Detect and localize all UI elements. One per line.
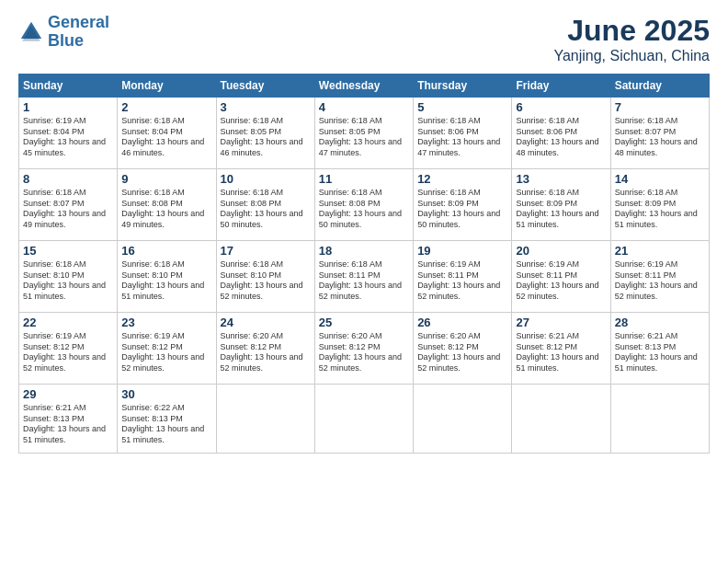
daylight-text: Daylight: 13 hours and 52 minutes.	[615, 281, 705, 302]
calendar-cell: 1 Sunrise: 6:19 AM Sunset: 8:04 PM Dayli…	[19, 98, 118, 169]
sunset-text: Sunset: 8:09 PM	[615, 199, 705, 210]
calendar-cell: 21 Sunrise: 6:19 AM Sunset: 8:11 PM Dayl…	[610, 241, 709, 313]
daylight-text: Daylight: 13 hours and 51 minutes.	[121, 281, 211, 302]
sunset-text: Sunset: 8:11 PM	[516, 270, 606, 282]
sunrise-text: Sunrise: 6:20 AM	[417, 331, 507, 342]
daylight-text: Daylight: 13 hours and 50 minutes.	[221, 209, 311, 230]
calendar-week-row: 1 Sunrise: 6:19 AM Sunset: 8:04 PM Dayli…	[19, 98, 710, 169]
calendar-cell: 2 Sunrise: 6:18 AM Sunset: 8:04 PM Dayli…	[118, 98, 216, 169]
sunset-text: Sunset: 8:12 PM	[221, 342, 311, 353]
daylight-text: Daylight: 13 hours and 46 minutes.	[221, 137, 311, 158]
calendar-cell	[216, 385, 314, 454]
day-info: Sunrise: 6:18 AM Sunset: 8:06 PM Dayligh…	[516, 116, 606, 159]
day-number: 8	[23, 172, 113, 186]
day-info: Sunrise: 6:20 AM Sunset: 8:12 PM Dayligh…	[417, 331, 507, 374]
sunrise-text: Sunrise: 6:19 AM	[417, 259, 507, 270]
day-number: 16	[121, 244, 211, 258]
sunset-text: Sunset: 8:11 PM	[319, 270, 409, 282]
calendar-day-header: Thursday	[414, 75, 512, 98]
daylight-text: Daylight: 13 hours and 51 minutes.	[23, 424, 113, 445]
calendar-day-header: Monday	[118, 75, 216, 98]
calendar-cell: 19 Sunrise: 6:19 AM Sunset: 8:11 PM Dayl…	[414, 241, 512, 313]
sunset-text: Sunset: 8:08 PM	[319, 199, 409, 210]
sunrise-text: Sunrise: 6:21 AM	[516, 331, 606, 342]
daylight-text: Daylight: 13 hours and 50 minutes.	[319, 209, 409, 230]
day-info: Sunrise: 6:19 AM Sunset: 8:12 PM Dayligh…	[121, 331, 211, 374]
daylight-text: Daylight: 13 hours and 52 minutes.	[121, 352, 211, 373]
day-number: 22	[23, 316, 113, 329]
day-number: 5	[417, 100, 507, 114]
sunrise-text: Sunrise: 6:18 AM	[319, 116, 409, 127]
daylight-text: Daylight: 13 hours and 52 minutes.	[23, 352, 113, 373]
sunrise-text: Sunrise: 6:18 AM	[516, 188, 606, 199]
calendar-week-row: 15 Sunrise: 6:18 AM Sunset: 8:10 PM Dayl…	[19, 241, 710, 313]
sunrise-text: Sunrise: 6:18 AM	[615, 188, 705, 199]
day-number: 20	[516, 244, 606, 258]
day-number: 9	[121, 172, 211, 186]
subtitle: Yanjing, Sichuan, China	[553, 48, 710, 64]
calendar-cell: 14 Sunrise: 6:18 AM Sunset: 8:09 PM Dayl…	[610, 169, 709, 241]
day-number: 29	[23, 387, 113, 401]
daylight-text: Daylight: 13 hours and 47 minutes.	[417, 137, 507, 158]
sunrise-text: Sunrise: 6:22 AM	[121, 403, 211, 414]
calendar-cell	[610, 385, 709, 454]
calendar-cell: 22 Sunrise: 6:19 AM Sunset: 8:12 PM Dayl…	[19, 313, 118, 385]
daylight-text: Daylight: 13 hours and 51 minutes.	[615, 209, 705, 230]
sunrise-text: Sunrise: 6:19 AM	[23, 116, 113, 127]
sunset-text: Sunset: 8:10 PM	[221, 270, 311, 282]
calendar-cell: 4 Sunrise: 6:18 AM Sunset: 8:05 PM Dayli…	[314, 98, 413, 169]
day-info: Sunrise: 6:19 AM Sunset: 8:12 PM Dayligh…	[23, 331, 113, 374]
sunrise-text: Sunrise: 6:18 AM	[221, 116, 311, 127]
daylight-text: Daylight: 13 hours and 49 minutes.	[121, 209, 211, 230]
sunset-text: Sunset: 8:07 PM	[23, 199, 113, 210]
calendar-cell: 11 Sunrise: 6:18 AM Sunset: 8:08 PM Dayl…	[314, 169, 413, 241]
calendar-cell: 9 Sunrise: 6:18 AM Sunset: 8:08 PM Dayli…	[118, 169, 216, 241]
calendar-cell: 17 Sunrise: 6:18 AM Sunset: 8:10 PM Dayl…	[216, 241, 314, 313]
day-info: Sunrise: 6:18 AM Sunset: 8:05 PM Dayligh…	[319, 116, 409, 159]
sunset-text: Sunset: 8:12 PM	[516, 342, 606, 353]
daylight-text: Daylight: 13 hours and 48 minutes.	[516, 137, 606, 158]
calendar-cell: 29 Sunrise: 6:21 AM Sunset: 8:13 PM Dayl…	[19, 385, 118, 454]
day-info: Sunrise: 6:21 AM Sunset: 8:13 PM Dayligh…	[615, 331, 705, 374]
calendar-cell: 15 Sunrise: 6:18 AM Sunset: 8:10 PM Dayl…	[19, 241, 118, 313]
sunset-text: Sunset: 8:12 PM	[121, 342, 211, 353]
day-number: 17	[221, 244, 311, 258]
day-info: Sunrise: 6:18 AM Sunset: 8:10 PM Dayligh…	[221, 259, 311, 303]
calendar-cell: 20 Sunrise: 6:19 AM Sunset: 8:11 PM Dayl…	[512, 241, 610, 313]
calendar-cell: 3 Sunrise: 6:18 AM Sunset: 8:05 PM Dayli…	[216, 98, 314, 169]
day-info: Sunrise: 6:18 AM Sunset: 8:07 PM Dayligh…	[615, 116, 705, 159]
calendar-cell: 10 Sunrise: 6:18 AM Sunset: 8:08 PM Dayl…	[216, 169, 314, 241]
calendar-cell	[314, 385, 413, 454]
day-info: Sunrise: 6:19 AM Sunset: 8:11 PM Dayligh…	[417, 259, 507, 303]
sunrise-text: Sunrise: 6:18 AM	[121, 188, 211, 199]
daylight-text: Daylight: 13 hours and 45 minutes.	[23, 137, 113, 158]
day-info: Sunrise: 6:20 AM Sunset: 8:12 PM Dayligh…	[319, 331, 409, 374]
daylight-text: Daylight: 13 hours and 52 minutes.	[516, 281, 606, 302]
day-info: Sunrise: 6:19 AM Sunset: 8:04 PM Dayligh…	[23, 116, 113, 159]
day-number: 11	[319, 172, 409, 186]
logo-text: General Blue	[48, 14, 109, 51]
day-info: Sunrise: 6:18 AM Sunset: 8:10 PM Dayligh…	[23, 259, 113, 303]
sunrise-text: Sunrise: 6:18 AM	[121, 116, 211, 127]
sunrise-text: Sunrise: 6:18 AM	[221, 188, 311, 199]
day-number: 15	[23, 244, 113, 258]
day-number: 2	[121, 100, 211, 114]
daylight-text: Daylight: 13 hours and 52 minutes.	[319, 352, 409, 373]
day-info: Sunrise: 6:18 AM Sunset: 8:07 PM Dayligh…	[23, 188, 113, 231]
calendar-cell: 13 Sunrise: 6:18 AM Sunset: 8:09 PM Dayl…	[512, 169, 610, 241]
sunset-text: Sunset: 8:12 PM	[417, 342, 507, 353]
sunset-text: Sunset: 8:08 PM	[121, 199, 211, 210]
daylight-text: Daylight: 13 hours and 46 minutes.	[121, 137, 211, 158]
calendar-cell: 6 Sunrise: 6:18 AM Sunset: 8:06 PM Dayli…	[512, 98, 610, 169]
day-info: Sunrise: 6:21 AM Sunset: 8:12 PM Dayligh…	[516, 331, 606, 374]
day-number: 10	[221, 172, 311, 186]
sunset-text: Sunset: 8:04 PM	[23, 127, 113, 138]
calendar-day-header: Friday	[512, 75, 610, 98]
day-info: Sunrise: 6:22 AM Sunset: 8:13 PM Dayligh…	[121, 403, 211, 446]
calendar-cell	[512, 385, 610, 454]
sunset-text: Sunset: 8:05 PM	[221, 127, 311, 138]
day-info: Sunrise: 6:18 AM Sunset: 8:06 PM Dayligh…	[417, 116, 507, 159]
header: General Blue June 2025 Yanjing, Sichuan,…	[18, 14, 710, 64]
day-number: 19	[417, 244, 507, 258]
sunset-text: Sunset: 8:05 PM	[319, 127, 409, 138]
